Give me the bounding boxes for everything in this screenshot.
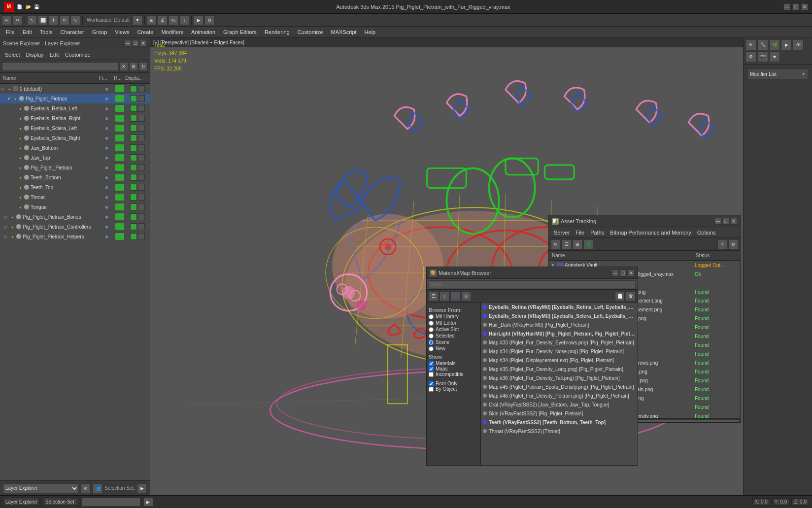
se-freeze-sub[interactable] [100,145,114,151]
mb-row-12[interactable]: Skin (VRayFastSSS2) [Pig_Piglet_Pietrain… [481,409,638,418]
maximize-button[interactable]: □ [792,3,799,10]
se-layer-select[interactable]: Layer Explorer [3,483,79,493]
mb-row-9[interactable]: Map #45 (Piglet_Peitrain_Spots_Density.p… [481,382,638,391]
mb-maximize-button[interactable]: □ [620,270,627,276]
se-menu-edit[interactable]: Edit [47,51,62,59]
se-disp-box-sub-2[interactable] [138,194,145,201]
se-freeze-sub[interactable] [100,106,114,111]
se-row-eyeballs-retina-right[interactable]: ● Eyeballs_Retina_Right [0,113,150,123]
mb-radio-scene[interactable]: Scene [429,339,478,345]
mb-radio-new[interactable]: New [429,346,478,351]
se-eye-sub[interactable]: ● [17,174,24,181]
se-freeze-sub[interactable] [100,195,114,200]
workspace-dropdown[interactable]: ▼ [133,15,142,25]
mb-check-maps[interactable]: Maps [429,366,478,372]
at-settings-btn[interactable]: ⚙ [728,239,738,249]
mb-check-maps-input[interactable] [429,367,434,372]
minimize-button[interactable]: — [783,3,790,10]
se-menu-display[interactable]: Display [23,51,47,59]
undo-button[interactable]: ↩ [2,15,12,25]
se-search-input[interactable] [2,62,118,71]
menu-create[interactable]: Create [133,28,157,36]
menu-graph-editors[interactable]: Graph Editors [219,28,261,36]
se-disp-box-sub-2[interactable] [138,135,145,141]
se-disp-box-sub-1[interactable] [130,105,137,112]
se-disp-box-sub-2[interactable] [138,154,145,161]
se-eye-pig[interactable]: ● [12,95,19,102]
se-disp-box-pig-2[interactable] [138,95,145,102]
se-freeze-bones[interactable] [100,214,114,220]
se-eye-sub[interactable]: ● [17,194,24,201]
se-eye-sub[interactable]: ● [17,135,24,141]
se-bottom-btn2[interactable]: 👥 [93,483,102,493]
mb-radio-new-input[interactable] [429,346,434,351]
se-disp-box-1[interactable] [130,85,137,92]
se-expand-sub[interactable] [11,115,17,121]
at-tree-btn[interactable]: 🌲 [583,239,593,249]
scale-button[interactable]: ⤡ [70,15,80,25]
mb-blue-dot-btn[interactable]: ● [450,291,460,301]
se-disp-box-sub-2[interactable] [138,105,145,112]
se-close-button[interactable]: ✕ [140,40,147,47]
se-visible-pig[interactable] [115,95,124,102]
se-bottom-btn1[interactable]: ⚙ [81,483,91,493]
se-visible-sub[interactable] [115,203,124,210]
se-disp-box-sub-2[interactable] [138,164,145,171]
mb-delete-btn[interactable]: 🗑 [626,291,636,301]
at-menu-server[interactable]: Server [551,229,573,237]
se-disp-box-2[interactable] [138,85,145,92]
se-expand-sub[interactable] [11,194,17,200]
se-filter-button[interactable]: ⚙ [129,62,138,71]
mb-radio-mtl-editor[interactable]: Mtl Editor [429,320,478,326]
mb-minimize-button[interactable]: — [612,270,619,276]
new-icon[interactable]: 📄 [17,4,22,9]
angle-snap-button[interactable]: ∡ [158,15,168,25]
se-eye-sub[interactable]: ● [17,105,24,112]
select-button[interactable]: ↖ [27,15,37,25]
se-freeze-sub[interactable] [100,175,114,180]
se-visible-sub[interactable] [115,154,124,161]
se-expand-sub[interactable] [11,165,17,170]
se-visible-ctrl[interactable] [115,223,124,230]
se-expand-pig[interactable]: ▼ [6,96,12,102]
se-expand-bones[interactable]: ▷ [3,214,9,220]
rp-btn-extra[interactable]: ★ [769,51,780,62]
se-expand-help[interactable]: ▷ [3,234,9,239]
se-expand-sub[interactable] [11,125,17,131]
se-menu-select[interactable]: Select [2,51,23,59]
mb-row-11[interactable]: Oral (VRayFastSSS2) [Jaw_Bottom, Jaw_Top… [481,400,638,409]
mb-list-btn[interactable]: ☰ [429,291,439,301]
se-disp-box-ctrl-1[interactable] [130,223,137,230]
at-menu-paths[interactable]: Paths [587,229,607,237]
se-disp-box-sub-2[interactable] [138,144,145,151]
snap-button[interactable]: ⊞ [147,15,157,25]
se-freeze-sub[interactable] [100,116,114,121]
mb-check-by-object[interactable]: By Object [429,386,478,392]
at-menu-file[interactable]: File [573,229,587,237]
se-row-eyeballs-sclera-left[interactable]: ● Eyeballs_Sclera_Left [0,123,150,133]
se-visible-default[interactable] [115,85,124,92]
rp-btn-display[interactable]: 👁 [793,39,804,50]
se-freeze-sub[interactable] [100,185,114,190]
at-list-btn[interactable]: ☰ [562,239,572,249]
se-freeze-ctrl[interactable] [100,224,114,230]
se-disp-box-sub-2[interactable] [138,203,145,210]
mb-radio-scene-input[interactable] [429,340,434,345]
se-disp-box-sub-1[interactable] [130,135,137,141]
render-button[interactable]: ▶ [194,15,203,25]
se-add-button[interactable]: ▶ [137,483,147,493]
se-eye-bones[interactable]: ● [9,213,16,220]
se-expand-sub[interactable] [11,174,17,180]
se-expand-sub[interactable] [11,135,17,141]
mb-check-materials[interactable]: Materials [429,361,478,366]
se-expand-sub[interactable] [11,204,17,210]
se-row-layer-default[interactable]: ▷ ● 0 (default) [0,84,150,94]
se-expand-sub[interactable] [11,184,17,190]
se-eye-ctrl[interactable]: ● [9,223,16,230]
se-disp-box-sub-1[interactable] [130,184,137,191]
mb-row-10[interactable]: Map #46 (Piglet_Fur_Density_Peitrain.png… [481,391,638,400]
mb-radio-mtl-library[interactable]: Mtl Library [429,314,478,319]
mb-radio-selected[interactable]: Selected [429,333,478,339]
mb-sort-btn[interactable]: ↕ [440,291,449,301]
at-menu-bitmap[interactable]: Bitmap Performance and Memory [607,229,694,237]
